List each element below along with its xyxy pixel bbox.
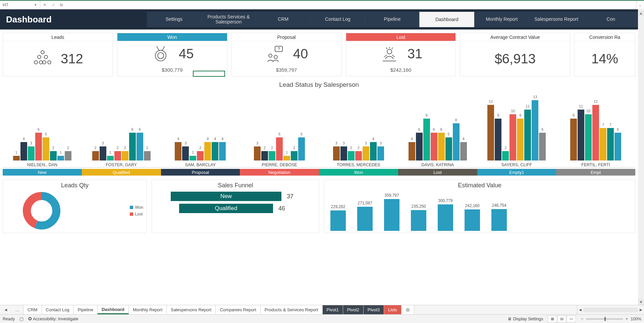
category-label: DAVIS, KATRINA xyxy=(421,163,454,167)
sheet-tab-salespersons-report[interactable]: Salespersons Report xyxy=(167,305,216,314)
zoom-slider[interactable] xyxy=(586,318,623,320)
funnel-chart: New37Qualified46 xyxy=(155,192,316,213)
nav-tab-salespersons-report[interactable]: Salespersons Report xyxy=(529,12,584,27)
zoom-control[interactable]: − + 100% xyxy=(581,317,641,321)
chart-bar: 2 xyxy=(114,151,121,160)
chart-area: 14365212NIELSEN., DAN23122662FOSTER, GAR… xyxy=(3,90,635,168)
scroll-right-icon[interactable]: ► xyxy=(638,307,644,312)
kpi-won: Won 45 $300,779 xyxy=(117,33,227,76)
horizontal-scrollbar[interactable]: ◄ ► xyxy=(577,305,644,314)
bar-value: 3 xyxy=(340,141,347,145)
chart-bar: 6 xyxy=(614,133,621,160)
chart-bar: 3 xyxy=(377,146,384,160)
chart-group: 129210911136SAYERS, CLIFF xyxy=(477,97,556,167)
kpi-value: 31 xyxy=(408,46,423,61)
chart-bar: 3 xyxy=(28,146,35,160)
accessibility-status[interactable]: ✪ Accessibility: Investigate xyxy=(28,316,78,321)
sheet-tab-pipeline[interactable]: Pipeline xyxy=(74,305,98,314)
cancel-entry-icon[interactable]: ✕ xyxy=(40,2,49,7)
scroll-down-icon[interactable]: ▼ xyxy=(638,299,644,305)
sheet-tab-dashboard[interactable]: Dashboard xyxy=(98,305,129,314)
bar-value: 9 xyxy=(517,113,524,117)
sheet-tab-pivot3[interactable]: Pivot3 xyxy=(364,305,384,314)
sheet-tab-lists[interactable]: Lists xyxy=(384,305,401,314)
bar-value: 3 xyxy=(28,141,35,145)
svg-point-5 xyxy=(43,61,46,64)
bar-value: 11 xyxy=(524,104,531,108)
bar-value: 6 xyxy=(539,127,546,131)
view-page-break-icon[interactable]: ▭ xyxy=(567,316,576,322)
bar-value: 12 xyxy=(487,100,494,104)
sheet-tab-products-services-report[interactable]: Products & Services Report xyxy=(261,305,323,314)
sheet-tab-pivot1[interactable]: Pivot1 xyxy=(323,305,343,314)
chart-bar: 4 xyxy=(212,142,218,160)
leads-icon xyxy=(33,50,53,68)
sheet-nav-arrows[interactable]: ◄… xyxy=(0,305,23,314)
kpi-value: $6,913 xyxy=(495,51,536,66)
bar-value: 4 xyxy=(409,137,415,141)
legend-swatch xyxy=(130,212,133,216)
sheet-tab-pivot2[interactable]: Pivot2 xyxy=(343,305,364,314)
view-normal-icon[interactable]: ▦ xyxy=(548,316,557,322)
estimated-bar: 271,087 xyxy=(357,207,373,231)
view-page-layout-icon[interactable]: ▤ xyxy=(557,316,567,322)
category-label: NIELSEN., DAN xyxy=(27,163,57,167)
sheet-tab-companies-report[interactable]: Companies Report xyxy=(216,305,260,314)
estimated-bar: 242,160 xyxy=(465,209,480,231)
chart-bar: 6 xyxy=(137,133,143,160)
page-title: Dashboard xyxy=(6,14,147,25)
chart-bar: 2 xyxy=(291,151,298,160)
formula-input[interactable] xyxy=(65,1,636,9)
nav-tab-monthly-report[interactable]: Monthly Report xyxy=(474,12,529,27)
estimated-value-panel: Estimated Value 229,202271,087359,797235… xyxy=(324,180,635,233)
nav-tab-dashboard[interactable]: Dashboard xyxy=(419,12,474,27)
nav-tab-contact-log[interactable]: Contact Log xyxy=(310,12,365,27)
display-settings-button[interactable]: 🖥 Display Settings xyxy=(507,317,543,321)
chart-bar: 3 xyxy=(333,146,340,160)
bar-value: 6 xyxy=(431,127,437,131)
sheet-tab-bar: ◄… CRMContact LogPipelineDashboardMonthl… xyxy=(0,305,644,314)
chart-bar: 12 xyxy=(487,105,494,160)
fx-icon[interactable]: fx xyxy=(60,2,63,7)
chart-bar: 4 xyxy=(460,142,467,160)
bar-value: 6 xyxy=(614,127,621,131)
chevron-down-icon[interactable]: ▼ xyxy=(34,3,37,7)
nav-tab-pipeline[interactable]: Pipeline xyxy=(365,12,420,27)
scroll-up-icon[interactable]: ▲ xyxy=(638,10,644,16)
svg-text:?: ? xyxy=(278,47,280,51)
nav-tab-products-services-salesperson[interactable]: Products Services & Salesperson xyxy=(201,12,256,27)
bar-value: 4 xyxy=(460,137,467,141)
kpi-header: Conversion Ra xyxy=(575,33,635,41)
sheet-tab-monthly-report[interactable]: Monthly Report xyxy=(129,305,167,314)
chart-bar: 6 xyxy=(416,133,423,160)
scroll-left-icon[interactable]: ◄ xyxy=(577,307,583,312)
vertical-scrollbar[interactable]: ▲ ▼ xyxy=(638,10,644,305)
chart-bar: 4 xyxy=(370,142,377,160)
cell-reference-box[interactable]: H7 ▼ xyxy=(0,1,40,9)
bar-value: 3 xyxy=(333,141,340,145)
nav-tab-settings[interactable]: Settings xyxy=(147,12,201,27)
bar-value: 10 xyxy=(585,109,592,113)
chart-bar: 4 xyxy=(175,142,181,160)
accept-entry-icon[interactable]: ✓ xyxy=(49,2,58,7)
expand-formula-bar-icon[interactable]: ⌄ xyxy=(636,1,644,9)
bar-value: 4 xyxy=(219,137,226,141)
bar-value: 4 xyxy=(175,137,181,141)
sheet-tab-crm[interactable]: CRM xyxy=(23,305,42,314)
bar-value: 3 xyxy=(377,141,384,145)
chart-bar: 2 xyxy=(92,151,99,160)
bar-value: 1 xyxy=(190,150,196,154)
chart-bar: 3 xyxy=(100,146,106,160)
kpi-row: Leads 312 Won 45 $300,779 Proposal ? xyxy=(3,33,635,76)
add-sheet-button[interactable]: ⊕ xyxy=(401,305,414,314)
macro-record-icon[interactable]: ▢ xyxy=(19,316,23,321)
chart-bar: 2 xyxy=(65,151,71,160)
zoom-out-icon[interactable]: − xyxy=(581,317,583,321)
sheet-tab-contact-log[interactable]: Contact Log xyxy=(42,305,74,314)
legend-item: Empty1 xyxy=(477,169,556,176)
zoom-in-icon[interactable]: + xyxy=(626,317,628,321)
nav-tab-con[interactable]: Con xyxy=(583,12,638,27)
scroll-track[interactable] xyxy=(583,308,638,312)
nav-tab-crm[interactable]: CRM xyxy=(256,12,310,27)
chart-bar: 2 xyxy=(50,151,57,160)
